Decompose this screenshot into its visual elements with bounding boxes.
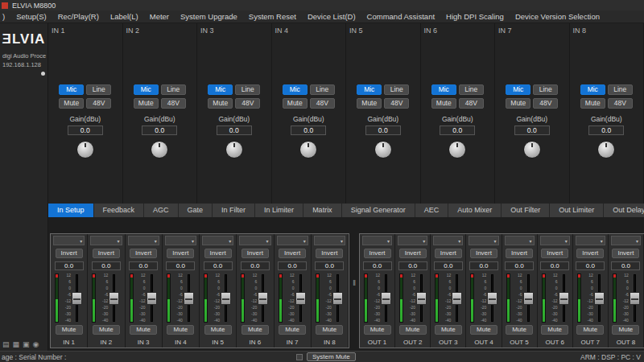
gain-value[interactable]: 0.0	[68, 125, 103, 135]
mute-button[interactable]: Mute	[399, 325, 427, 335]
tab-aec[interactable]: AEC	[415, 204, 449, 217]
tab-feedback[interactable]: Feedback	[94, 204, 145, 217]
fader-handle[interactable]	[594, 292, 605, 305]
level-value[interactable]: 0.0	[469, 261, 498, 270]
mute-button[interactable]: Mute	[541, 325, 568, 335]
record-icon[interactable]: ◉	[33, 340, 39, 348]
channel-dropdown[interactable]: ▾	[540, 236, 570, 245]
mute-button[interactable]: Mute	[364, 325, 391, 335]
mic-button[interactable]: Mic	[580, 84, 605, 95]
level-value[interactable]: 0.0	[315, 261, 344, 270]
line-button[interactable]: Line	[161, 84, 186, 95]
system-mute-button[interactable]: System Mute	[307, 352, 356, 361]
tab-auto-mixer[interactable]: Auto Mixer	[448, 204, 502, 217]
fader-handle[interactable]	[487, 292, 497, 305]
invert-button[interactable]: Invert	[364, 249, 391, 258]
invert-button[interactable]: Invert	[399, 249, 427, 258]
channel-dropdown[interactable]: ▾	[398, 236, 427, 245]
menu-item[interactable]: Device List(D)	[302, 12, 361, 21]
gain-value[interactable]: 0.0	[514, 125, 550, 135]
tab-agc[interactable]: AGC	[144, 204, 179, 217]
fader-handle[interactable]	[381, 292, 391, 305]
mic-button[interactable]: Mic	[134, 84, 159, 95]
mute-button[interactable]: Mute	[59, 98, 84, 109]
gain-knob[interactable]	[597, 141, 615, 158]
channel-dropdown[interactable]: ▾	[128, 236, 159, 245]
invert-button[interactable]: Invert	[242, 249, 269, 258]
menu-item[interactable]: Meter	[144, 12, 175, 21]
fader-handle[interactable]	[295, 292, 306, 305]
phantom-48v-button[interactable]: 48V	[459, 98, 484, 109]
phantom-48v-button[interactable]: 48V	[86, 98, 111, 109]
mute-button[interactable]: Mute	[283, 98, 308, 109]
invert-button[interactable]: Invert	[470, 249, 497, 258]
fader-handle[interactable]	[559, 292, 569, 305]
level-value[interactable]: 0.0	[204, 261, 233, 270]
line-button[interactable]: Line	[533, 84, 558, 95]
menu-item[interactable]: High DPI Scaling	[440, 12, 510, 21]
channel-dropdown[interactable]: ▾	[433, 236, 463, 245]
menu-item[interactable]: Setup(S)	[10, 12, 52, 21]
level-value[interactable]: 0.0	[278, 261, 307, 270]
fader-handle[interactable]	[72, 292, 82, 305]
phantom-48v-button[interactable]: 48V	[161, 98, 186, 109]
gain-value[interactable]: 0.0	[440, 125, 475, 135]
mute-button[interactable]: Mute	[208, 98, 233, 109]
mute-button[interactable]: Mute	[130, 325, 157, 335]
channel-dropdown[interactable]: ▾	[469, 236, 498, 245]
fader-handle[interactable]	[523, 292, 534, 305]
tab-in-filter[interactable]: In Filter	[213, 204, 255, 217]
channel-dropdown[interactable]: ▾	[53, 236, 85, 245]
gain-value[interactable]: 0.0	[588, 125, 624, 135]
level-value[interactable]: 0.0	[241, 261, 270, 270]
phantom-48v-button[interactable]: 48V	[384, 98, 409, 109]
mute-button[interactable]: Mute	[576, 325, 604, 335]
channel-dropdown[interactable]: ▾	[165, 236, 196, 245]
mic-button[interactable]: Mic	[357, 84, 382, 95]
mute-button[interactable]: Mute	[470, 325, 497, 335]
mute-button[interactable]: Mute	[56, 325, 83, 335]
fader-handle[interactable]	[452, 292, 462, 305]
level-value[interactable]: 0.0	[540, 261, 569, 270]
mute-button[interactable]: Mute	[134, 98, 159, 109]
mic-button[interactable]: Mic	[59, 84, 84, 95]
mute-button[interactable]: Mute	[612, 325, 639, 335]
invert-button[interactable]: Invert	[93, 249, 120, 258]
tab-in-limiter[interactable]: In Limiter	[255, 204, 303, 217]
level-value[interactable]: 0.0	[611, 261, 640, 270]
menu-item[interactable]: Device Version Selection	[510, 12, 605, 21]
level-value[interactable]: 0.0	[576, 261, 605, 270]
level-value[interactable]: 0.0	[434, 261, 463, 270]
invert-button[interactable]: Invert	[316, 249, 343, 258]
gain-knob[interactable]	[448, 141, 466, 158]
mute-button[interactable]: Mute	[93, 325, 120, 335]
line-button[interactable]: Line	[235, 84, 260, 95]
invert-button[interactable]: Invert	[167, 249, 194, 258]
invert-button[interactable]: Invert	[541, 249, 568, 258]
invert-button[interactable]: Invert	[279, 249, 306, 258]
phantom-48v-button[interactable]: 48V	[533, 98, 558, 109]
menu-item[interactable]: )	[0, 12, 10, 21]
invert-button[interactable]: Invert	[204, 249, 232, 258]
gain-value[interactable]: 0.0	[365, 125, 401, 135]
channel-dropdown[interactable]: ▾	[576, 236, 605, 245]
level-value[interactable]: 0.0	[129, 261, 158, 270]
window-icon[interactable]: ▣	[23, 340, 30, 348]
level-value[interactable]: 0.0	[363, 261, 392, 270]
mute-button[interactable]: Mute	[167, 325, 194, 335]
gain-knob[interactable]	[374, 141, 392, 158]
fader-handle[interactable]	[416, 292, 427, 305]
gain-knob[interactable]	[299, 141, 317, 158]
invert-button[interactable]: Invert	[506, 249, 533, 258]
mic-button[interactable]: Mic	[283, 84, 308, 95]
channel-dropdown[interactable]: ▾	[505, 236, 535, 245]
channel-dropdown[interactable]: ▾	[202, 236, 233, 245]
fader-handle[interactable]	[184, 292, 194, 305]
grid-icon[interactable]: ▤	[2, 340, 10, 348]
fader-handle[interactable]	[630, 292, 640, 305]
menu-item[interactable]: System Upgrade	[175, 12, 243, 21]
tab-signal-generator[interactable]: Signal Generator	[342, 204, 415, 217]
mute-button[interactable]: Mute	[506, 325, 533, 335]
gain-knob[interactable]	[151, 141, 168, 158]
level-value[interactable]: 0.0	[505, 261, 534, 270]
